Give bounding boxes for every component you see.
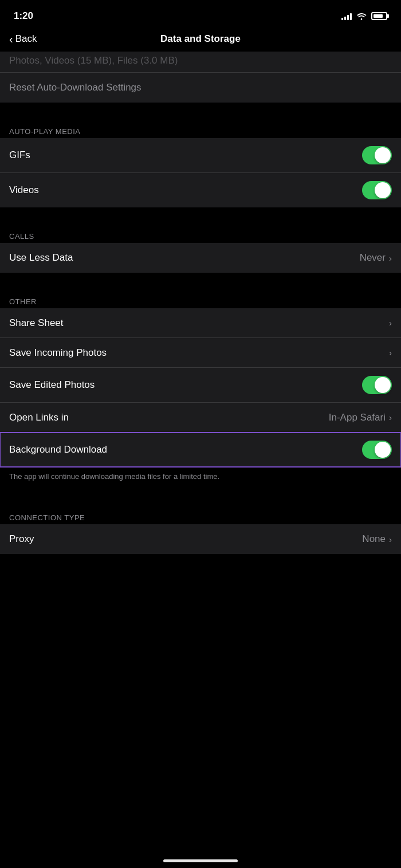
gifs-row[interactable]: GIFs: [0, 138, 401, 173]
connection-group: Proxy None ›: [0, 524, 401, 554]
auto-play-group: GIFs Videos: [0, 138, 401, 207]
share-sheet-chevron-icon: ›: [389, 318, 392, 328]
videos-toggle[interactable]: [362, 181, 392, 199]
section-calls-header: CALLS: [0, 227, 401, 243]
gap-connection: [0, 489, 401, 509]
save-incoming-right: ›: [389, 348, 392, 358]
use-less-data-row[interactable]: Use Less Data Never ›: [0, 243, 401, 273]
background-download-label: Background Download: [9, 444, 107, 455]
gap-calls: [0, 207, 401, 227]
section-auto-play-header: AUTO-PLAY MEDIA: [0, 123, 401, 138]
back-button[interactable]: ‹ Back: [9, 33, 37, 45]
use-less-data-label: Use Less Data: [9, 252, 73, 264]
bottom-padding: [0, 554, 401, 623]
reset-auto-download-row[interactable]: Reset Auto-Download Settings: [0, 73, 401, 103]
open-links-label: Open Links in: [9, 412, 69, 423]
back-chevron-icon: ‹: [9, 33, 13, 45]
save-incoming-row[interactable]: Save Incoming Photos ›: [0, 338, 401, 368]
save-incoming-label: Save Incoming Photos: [9, 347, 107, 359]
save-edited-toggle[interactable]: [362, 376, 392, 394]
open-links-right: In-App Safari ›: [329, 412, 392, 423]
gifs-label: GIFs: [9, 150, 30, 161]
home-indicator: [163, 859, 238, 862]
share-sheet-row[interactable]: Share Sheet ›: [0, 308, 401, 338]
other-group: Share Sheet › Save Incoming Photos › Sav…: [0, 308, 401, 467]
calls-group: Use Less Data Never ›: [0, 243, 401, 273]
status-icons: [341, 12, 387, 20]
background-download-toggle[interactable]: [362, 441, 392, 459]
save-incoming-chevron-icon: ›: [389, 348, 392, 358]
background-download-row[interactable]: Background Download: [0, 433, 401, 467]
battery-fill: [374, 14, 383, 18]
save-edited-row[interactable]: Save Edited Photos: [0, 368, 401, 403]
open-links-chevron-icon: ›: [389, 413, 392, 422]
partial-top-text: Photos, Videos (15 MB), Files (3.0 MB): [9, 55, 178, 66]
gap-auto-play: [0, 103, 401, 123]
proxy-label: Proxy: [9, 533, 34, 545]
partial-top-group: Photos, Videos (15 MB), Files (3.0 MB) R…: [0, 52, 401, 103]
gifs-toggle-knob: [375, 147, 391, 163]
section-other-header: OTHER: [0, 293, 401, 308]
proxy-value: None: [362, 533, 386, 545]
status-bar: 1:20: [0, 0, 401, 29]
share-sheet-label: Share Sheet: [9, 317, 64, 329]
videos-row[interactable]: Videos: [0, 173, 401, 207]
open-links-value: In-App Safari: [329, 412, 386, 423]
use-less-data-right: Never ›: [360, 252, 392, 264]
videos-toggle-knob: [375, 182, 391, 198]
back-label: Back: [15, 33, 37, 45]
videos-label: Videos: [9, 184, 39, 196]
use-less-data-value: Never: [360, 252, 386, 264]
save-edited-toggle-knob: [375, 377, 391, 393]
background-download-toggle-knob: [375, 442, 391, 458]
status-time: 1:20: [14, 10, 33, 22]
proxy-chevron-icon: ›: [389, 535, 392, 544]
share-sheet-right: ›: [389, 318, 392, 328]
signal-icon: [341, 12, 352, 20]
background-download-desc: The app will continue downloading media …: [0, 467, 401, 489]
nav-title: Data and Storage: [160, 33, 241, 45]
reset-auto-download-label: Reset Auto-Download Settings: [9, 82, 141, 93]
nav-bar: ‹ Back Data and Storage: [0, 29, 401, 52]
gap-other: [0, 273, 401, 293]
proxy-right: None ›: [362, 533, 392, 545]
partial-top-row: Photos, Videos (15 MB), Files (3.0 MB): [0, 52, 401, 73]
battery-icon: [371, 12, 387, 20]
save-edited-label: Save Edited Photos: [9, 379, 95, 391]
use-less-data-chevron-icon: ›: [389, 253, 392, 263]
open-links-row[interactable]: Open Links in In-App Safari ›: [0, 403, 401, 433]
gifs-toggle[interactable]: [362, 146, 392, 164]
proxy-row[interactable]: Proxy None ›: [0, 524, 401, 554]
section-connection-header: CONNECTION TYPE: [0, 509, 401, 524]
wifi-icon: [356, 12, 367, 20]
